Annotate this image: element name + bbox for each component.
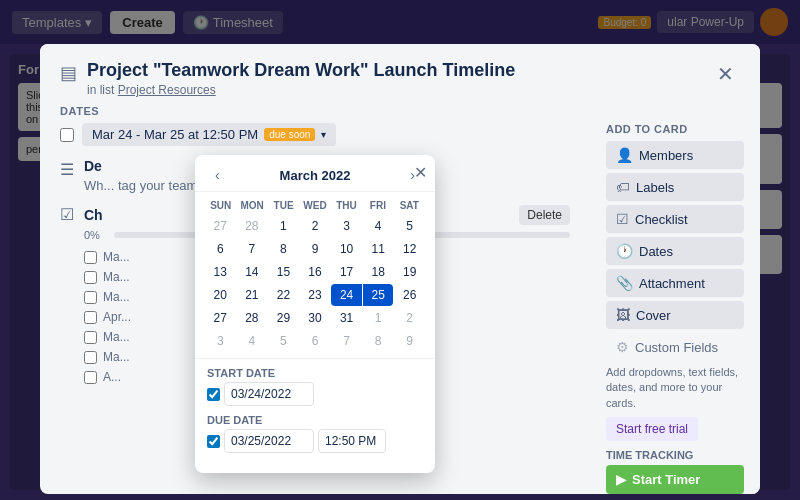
datepicker-day[interactable]: 6 (205, 238, 236, 260)
person-icon: 👤 (616, 147, 633, 163)
datepicker-day[interactable]: 12 (394, 238, 425, 260)
datepicker-day[interactable]: 13 (205, 261, 236, 283)
custom-fields-button[interactable]: ⚙ Custom Fields (606, 333, 744, 361)
datepicker-grid: SUN MON TUE WED THU FRI SAT 272812345678… (195, 192, 435, 358)
checklist-icon: ☑ (616, 211, 629, 227)
cover-icon: 🖼 (616, 307, 630, 323)
datepicker-day[interactable]: 7 (331, 330, 362, 352)
datepicker-day[interactable]: 21 (237, 284, 268, 306)
datepicker-days: 2728123456789101112131415161718192021222… (205, 215, 425, 352)
datepicker-day[interactable]: 28 (237, 215, 268, 237)
start-date-row: Start date (207, 367, 423, 406)
card-modal: ▤ Project "Teamwork Dream Work" Launch T… (40, 44, 760, 494)
date-inputs: Start date Due date (195, 358, 435, 473)
datepicker-day[interactable]: 27 (205, 307, 236, 329)
datepicker-day[interactable]: 25 (363, 284, 394, 306)
card-modal-body: Dates Mar 24 - Mar 25 at 12:50 PM due so… (40, 105, 760, 494)
dates-checkbox[interactable] (60, 128, 74, 142)
datepicker-weekdays: SUN MON TUE WED THU FRI SAT (205, 198, 425, 213)
start-date-label: Start date (207, 367, 423, 379)
custom-fields-desc: Add dropdowns, text fields, dates, and m… (606, 365, 744, 411)
start-date-fields (207, 382, 423, 406)
datepicker-day[interactable]: 5 (394, 215, 425, 237)
datepicker-day[interactable]: 1 (268, 215, 299, 237)
datepicker-day[interactable]: 8 (268, 238, 299, 260)
time-tracking-label: Time Tracking (606, 449, 744, 461)
datepicker-close-button[interactable]: ✕ (414, 163, 427, 182)
start-timer-button[interactable]: ▶ Start Timer (606, 465, 744, 494)
dates-section: Dates Mar 24 - Mar 25 at 12:50 PM due so… (60, 105, 570, 146)
datepicker-day[interactable]: 11 (363, 238, 394, 260)
datepicker-day[interactable]: 29 (268, 307, 299, 329)
due-time-input[interactable] (318, 429, 386, 453)
start-free-trial-button[interactable]: Start free trial (606, 417, 698, 441)
datepicker-header: ‹ March 2022 › ✕ (195, 155, 435, 192)
datepicker-day[interactable]: 3 (331, 215, 362, 237)
datepicker-day[interactable]: 14 (237, 261, 268, 283)
dates-button[interactable]: 🕐 Dates (606, 237, 744, 265)
checklist-delete-button[interactable]: Delete (519, 205, 570, 225)
card-title: Project "Teamwork Dream Work" Launch Tim… (87, 60, 701, 81)
datepicker-day[interactable]: 20 (205, 284, 236, 306)
list-name-link[interactable]: Project Resources (118, 83, 216, 97)
datepicker-day[interactable]: 16 (300, 261, 331, 283)
datepicker-day[interactable]: 15 (268, 261, 299, 283)
datepicker-day[interactable]: 1 (363, 307, 394, 329)
labels-button[interactable]: 🏷 Labels (606, 173, 744, 201)
datepicker-day[interactable]: 9 (394, 330, 425, 352)
datepicker-prev-button[interactable]: ‹ (209, 165, 226, 185)
checklist-title: Ch (84, 207, 103, 223)
card-modal-header: ▤ Project "Teamwork Dream Work" Launch T… (40, 44, 760, 105)
card-icon: ▤ (60, 62, 77, 84)
datepicker-day[interactable]: 22 (268, 284, 299, 306)
dates-section-label: Dates (60, 105, 570, 117)
datepicker-day[interactable]: 19 (394, 261, 425, 283)
datepicker-day[interactable]: 10 (331, 238, 362, 260)
datepicker-day[interactable]: 4 (237, 330, 268, 352)
datepicker-day[interactable]: 9 (300, 238, 331, 260)
datepicker-day[interactable]: 2 (300, 215, 331, 237)
due-date-input[interactable] (224, 429, 314, 453)
start-date-input[interactable] (224, 382, 314, 406)
datepicker-day[interactable]: 5 (268, 330, 299, 352)
datepicker-day[interactable]: 18 (363, 261, 394, 283)
datepicker-day[interactable]: 24 (331, 284, 362, 306)
tag-icon: 🏷 (616, 179, 630, 195)
card-title-area: Project "Teamwork Dream Work" Launch Tim… (87, 60, 701, 97)
datepicker-day[interactable]: 27 (205, 215, 236, 237)
attachment-button[interactable]: 📎 Attachment (606, 269, 744, 297)
datepicker-popup: ‹ March 2022 › ✕ SUN MON (195, 155, 435, 473)
card-list-info: in list Project Resources (87, 83, 701, 97)
description-icon: ☰ (60, 160, 74, 193)
checklist-icon: ☑ (60, 205, 74, 387)
datepicker-day[interactable]: 8 (363, 330, 394, 352)
chevron-down-icon: ▾ (321, 129, 326, 140)
datepicker-day[interactable]: 30 (300, 307, 331, 329)
dates-row: Mar 24 - Mar 25 at 12:50 PM due soon ▾ (60, 123, 570, 146)
checklist-button[interactable]: ☑ Checklist (606, 205, 744, 233)
datepicker-day[interactable]: 28 (237, 307, 268, 329)
card-modal-main: Dates Mar 24 - Mar 25 at 12:50 PM due so… (40, 105, 590, 494)
datepicker-day[interactable]: 3 (205, 330, 236, 352)
datepicker-day[interactable]: 26 (394, 284, 425, 306)
due-date-checkbox[interactable] (207, 435, 220, 448)
members-button[interactable]: 👤 Members (606, 141, 744, 169)
due-date-row: Due date (207, 414, 423, 453)
start-date-checkbox[interactable] (207, 388, 220, 401)
due-soon-badge: due soon (264, 128, 315, 141)
datepicker-day[interactable]: 7 (237, 238, 268, 260)
progress-label: 0% (84, 229, 108, 241)
datepicker-day[interactable]: 4 (363, 215, 394, 237)
cover-button[interactable]: 🖼 Cover (606, 301, 744, 329)
datepicker-day[interactable]: 31 (331, 307, 362, 329)
attachment-icon: 📎 (616, 275, 633, 291)
dates-value-display[interactable]: Mar 24 - Mar 25 at 12:50 PM due soon ▾ (82, 123, 336, 146)
modal-overlay: ▤ Project "Teamwork Dream Work" Launch T… (0, 0, 800, 500)
due-date-label: Due date (207, 414, 423, 426)
datepicker-day[interactable]: 6 (300, 330, 331, 352)
datepicker-day[interactable]: 23 (300, 284, 331, 306)
custom-fields-icon: ⚙ (616, 339, 629, 355)
modal-close-button[interactable]: ✕ (711, 60, 740, 88)
datepicker-day[interactable]: 2 (394, 307, 425, 329)
datepicker-day[interactable]: 17 (331, 261, 362, 283)
